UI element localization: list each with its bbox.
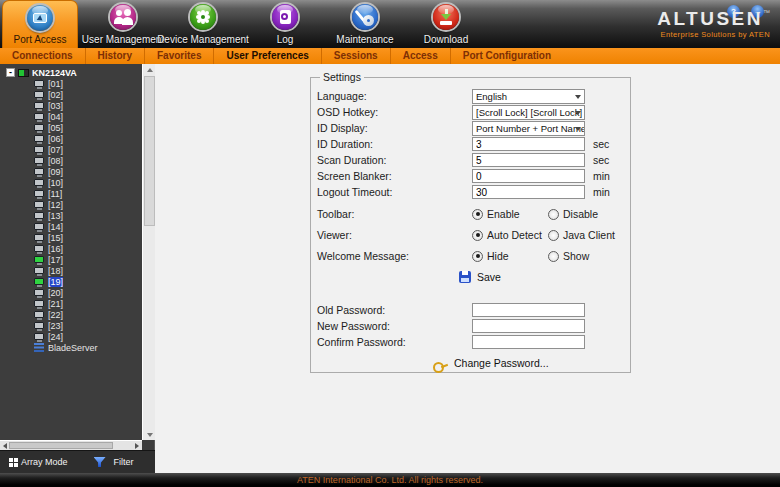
tab-history[interactable]: History [86,48,145,64]
tree-port-item[interactable]: [23] [0,320,142,331]
unit-label: min [593,186,610,198]
field-label: Confirm Password: [317,336,472,348]
tree-port-item[interactable]: [08] [0,155,142,166]
tree-port-item[interactable]: [15] [0,232,142,243]
change-password-button[interactable]: Change Password... [433,355,624,371]
radio-viewer-java-client[interactable] [548,230,559,241]
monitor-icon [34,223,44,230]
unit-label: sec [593,154,609,166]
osd-hotkey-select[interactable]: [Scroll Lock] [Scroll Lock] [472,105,585,120]
tab-sessions[interactable]: Sessions [322,48,391,64]
monitor-icon [34,168,44,175]
scroll-right-button[interactable] [132,441,142,450]
logout-timeout-row: Logout Timeout: min [317,184,624,200]
viewer-row: Viewer: Auto Detect Java Client [317,227,624,243]
tree-port-item[interactable]: [14] [0,221,142,232]
collapse-icon[interactable]: - [6,68,15,77]
tree-port-item[interactable]: [21] [0,298,142,309]
altusen-logo: ALTUSEN™ Enterprise Solutions by ATEN [657,9,770,39]
unit-label: min [593,170,610,182]
tree-port-item[interactable]: [16] [0,243,142,254]
radio-toolbar-enable[interactable] [472,209,483,220]
tree-port-item[interactable]: [22] [0,309,142,320]
port-access-icon [27,5,53,31]
tab-user-preferences[interactable]: User Preferences [214,48,321,64]
user-management-icon [110,4,136,30]
tree-item-label: [16] [48,244,63,254]
logout-timeout-input[interactable] [472,185,585,199]
tab-access[interactable]: Access [391,48,451,64]
tree-item-label: [18] [48,266,63,276]
menu-item-download[interactable]: Download [403,0,489,48]
tree-port-item[interactable]: [12] [0,199,142,210]
tree-item-label: [14] [48,222,63,232]
field-label: Screen Blanker: [317,170,472,182]
tree-port-item[interactable]: [06] [0,133,142,144]
menu-item-maintenance[interactable]: Maintenance [322,0,408,48]
tree-blade-server-item[interactable]: BladeServer [0,342,142,353]
field-label: Toolbar: [317,208,472,220]
scroll-down-button[interactable] [143,429,156,440]
id-display-select[interactable]: Port Number + Port Name [472,121,585,136]
tree-port-item[interactable]: [11] [0,188,142,199]
radio-welcome-show[interactable] [548,251,559,262]
menu-item-user-management[interactable]: User Management [80,0,166,48]
tree-root-item[interactable]: - KN2124VA [0,67,142,78]
scan-duration-input[interactable] [472,153,585,167]
menu-label: User Management [82,34,164,45]
tab-favorites[interactable]: Favorites [145,48,214,64]
scrollbar-thumb[interactable] [144,76,155,226]
tree-port-item[interactable]: [07] [0,144,142,155]
scrollbar-thumb[interactable] [9,442,113,449]
tab-connections[interactable]: Connections [0,48,86,64]
tree-item-label: [07] [48,145,63,155]
tree-horizontal-scrollbar[interactable] [0,440,142,450]
id-duration-input[interactable] [472,137,585,151]
monitor-icon [34,157,44,164]
tree-port-item[interactable]: [01] [0,78,142,89]
scroll-up-button[interactable] [143,64,156,75]
radio-toolbar-disable[interactable] [548,209,559,220]
monitor-icon [34,300,44,307]
menu-item-device-management[interactable]: Device Management [161,0,245,48]
old-password-row: Old Password: [317,302,624,318]
menu-label: Port Access [14,34,67,45]
copyright-bar: ATEN International Co. Ltd. All rights r… [0,473,780,487]
tree-port-item[interactable]: [18] [0,265,142,276]
tree-port-item[interactable]: [20] [0,287,142,298]
chevron-down-icon [575,111,581,115]
tree-port-item[interactable]: [04] [0,111,142,122]
tree-port-item[interactable]: [24] [0,331,142,342]
old-password-field[interactable] [472,303,585,317]
tree-item-label: [11] [48,189,62,199]
tree-port-item[interactable]: [09] [0,166,142,177]
tree-port-item[interactable]: [10] [0,177,142,188]
tree-port-item[interactable]: [03] [0,100,142,111]
tab-port-configuration[interactable]: Port Configuration [451,48,563,64]
tree-port-item[interactable]: [13] [0,210,142,221]
confirm-password-field[interactable] [472,335,585,349]
top-header: Port Access User Management Device Manag… [0,0,780,48]
monitor-icon [34,289,44,296]
tree-port-item[interactable]: [05] [0,122,142,133]
key-icon [433,357,448,370]
radio-viewer-auto-detect[interactable] [472,230,483,241]
language-select[interactable]: English [472,89,585,104]
screen-blanker-input[interactable] [472,169,585,183]
menu-item-port-access[interactable]: Port Access [2,0,78,48]
new-password-field[interactable] [472,319,585,333]
array-mode-button[interactable]: Array Mode [21,457,68,467]
menu-item-log[interactable]: Log [258,0,312,48]
tree-vertical-scrollbar[interactable] [142,64,155,440]
copyright-text: ATEN International Co. Ltd. All rights r… [297,475,483,485]
radio-welcome-hide[interactable] [472,251,483,262]
radio-label: Java Client [563,229,615,241]
tree-port-item[interactable]: [17] [0,254,142,265]
tree-port-item[interactable]: [02] [0,89,142,100]
filter-button[interactable]: Filter [114,457,134,467]
menu-label: Device Management [157,34,249,45]
monitor-icon [34,278,44,285]
radio-label: Hide [487,250,509,262]
save-button[interactable]: Save [459,269,624,285]
tree-port-item[interactable]: [19] [0,276,142,287]
